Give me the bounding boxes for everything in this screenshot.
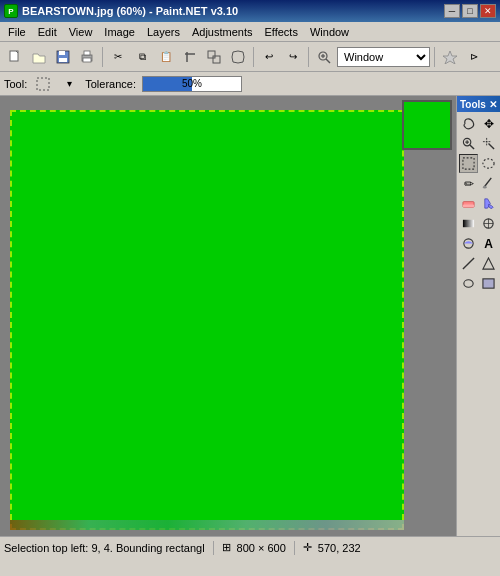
menu-item-file[interactable]: File	[2, 24, 32, 40]
toolbar-copy[interactable]: ⧉	[131, 46, 153, 68]
tools-panel-title: Tools ✕	[457, 96, 500, 112]
svg-rect-16	[37, 78, 49, 90]
tool-magic-wand[interactable]	[479, 134, 498, 153]
svg-rect-27	[463, 158, 474, 169]
toolbar: ✂ ⧉ 📋 ↩ ↪ WindowFit to WindowActual Size…	[0, 42, 500, 72]
tool-select-ellipse[interactable]	[479, 154, 498, 173]
toolbar-undo[interactable]: ↩	[258, 46, 280, 68]
title-controls: ─ □ ✕	[444, 4, 496, 18]
zoom-select[interactable]: WindowFit to WindowActual Size	[337, 47, 430, 67]
toolbar-new[interactable]	[4, 46, 26, 68]
toolbar-extra1[interactable]	[439, 46, 461, 68]
canvas-container[interactable]	[0, 96, 456, 536]
tolerance-label: Tolerance:	[85, 78, 136, 90]
status-bar: Selection top left: 9, 4. Bounding recta…	[0, 536, 500, 558]
status-coord-icon: ✛	[303, 541, 312, 554]
tool-gradient[interactable]	[459, 214, 478, 233]
title-text: BEARSTOWN.jpg (60%) - Paint.NET v3.10	[22, 5, 238, 17]
svg-rect-10	[213, 56, 220, 63]
menu-item-window[interactable]: Window	[304, 24, 355, 40]
tool-select-rect[interactable]	[459, 154, 478, 173]
menu-item-adjustments[interactable]: Adjustments	[186, 24, 259, 40]
menu-item-view[interactable]: View	[63, 24, 99, 40]
toolbar-sep-1	[102, 47, 103, 67]
maximize-button[interactable]: □	[462, 4, 478, 18]
tool-bucket[interactable]	[479, 194, 498, 213]
tool-options: Tool: ▾ Tolerance: 50%	[0, 72, 500, 96]
toolbar-sep-3	[308, 47, 309, 67]
svg-line-29	[485, 178, 492, 186]
toolbar-print[interactable]	[76, 46, 98, 68]
svg-rect-41	[483, 279, 494, 288]
toolbar-crop[interactable]	[179, 46, 201, 68]
tools-grid: ✥ ✏	[457, 112, 500, 295]
tools-panel: Tools ✕ ✥ ✏	[456, 96, 500, 536]
status-selection-text: Selection top left: 9, 4. Bounding recta…	[4, 542, 205, 554]
tool-dropdown[interactable]: ▾	[59, 74, 79, 94]
tools-title-label: Tools	[460, 99, 486, 110]
tool-line[interactable]	[459, 254, 478, 273]
tool-lasso[interactable]	[459, 114, 478, 133]
svg-rect-9	[208, 51, 215, 58]
svg-line-21	[489, 144, 495, 150]
tool-recolor[interactable]	[459, 234, 478, 253]
menu-bar: FileEditViewImageLayersAdjustmentsEffect…	[0, 22, 500, 42]
svg-marker-15	[443, 51, 457, 64]
tool-zoom[interactable]	[459, 134, 478, 153]
menu-item-edit[interactable]: Edit	[32, 24, 63, 40]
svg-point-28	[483, 159, 494, 168]
toolbar-sep-2	[253, 47, 254, 67]
status-sep-2	[294, 541, 295, 555]
tool-label: Tool:	[4, 78, 27, 90]
tool-eraser[interactable]	[459, 194, 478, 213]
toolbar-open[interactable]	[28, 46, 50, 68]
tool-move[interactable]: ✥	[479, 114, 498, 133]
svg-point-22	[486, 141, 488, 143]
svg-point-40	[464, 280, 473, 287]
toolbar-cut[interactable]: ✂	[107, 46, 129, 68]
mini-preview	[402, 100, 452, 150]
status-size-text: 800 × 600	[237, 542, 286, 554]
toolbar-redo[interactable]: ↪	[282, 46, 304, 68]
tool-ellipse-shape[interactable]	[459, 274, 478, 293]
svg-rect-3	[59, 58, 67, 62]
menu-item-image[interactable]: Image	[98, 24, 141, 40]
svg-rect-2	[59, 51, 65, 55]
status-sep-1	[213, 541, 214, 555]
svg-point-30	[483, 186, 487, 189]
status-coord-text: 570, 232	[318, 542, 361, 554]
tool-rect-shape[interactable]	[479, 274, 498, 293]
svg-rect-6	[83, 58, 91, 62]
title-bar-left: P BEARSTOWN.jpg (60%) - Paint.NET v3.10	[4, 4, 238, 18]
minimize-button[interactable]: ─	[444, 4, 460, 18]
svg-line-38	[463, 258, 474, 269]
toolbar-extra2[interactable]: ⊳	[463, 46, 485, 68]
svg-marker-39	[483, 258, 494, 269]
toolbar-save[interactable]	[52, 46, 74, 68]
svg-rect-32	[463, 204, 474, 207]
main-area: Tools ✕ ✥ ✏	[0, 96, 500, 536]
tool-text[interactable]: A	[479, 234, 498, 253]
canvas[interactable]	[10, 110, 404, 530]
tool-shapes[interactable]	[479, 254, 498, 273]
toolbar-paste[interactable]: 📋	[155, 46, 177, 68]
canvas-bottom-strip	[10, 520, 404, 530]
tools-close-icon[interactable]: ✕	[489, 99, 497, 110]
tolerance-bar[interactable]: 50%	[142, 76, 242, 92]
menu-item-effects[interactable]: Effects	[259, 24, 304, 40]
close-button[interactable]: ✕	[480, 4, 496, 18]
tool-pencil[interactable]: ✏	[459, 174, 478, 193]
svg-rect-33	[463, 220, 474, 227]
tolerance-value: 50%	[143, 77, 241, 91]
toolbar-deform[interactable]	[227, 46, 249, 68]
tool-selector[interactable]	[33, 74, 53, 94]
status-size-icon: ⊞	[222, 541, 231, 554]
tool-brush[interactable]	[479, 174, 498, 193]
tool-clone[interactable]	[479, 214, 498, 233]
toolbar-sep-4	[434, 47, 435, 67]
toolbar-zoom-in[interactable]	[313, 46, 335, 68]
toolbar-resize[interactable]	[203, 46, 225, 68]
app-icon: P	[4, 4, 18, 18]
title-bar: P BEARSTOWN.jpg (60%) - Paint.NET v3.10 …	[0, 0, 500, 22]
menu-item-layers[interactable]: Layers	[141, 24, 186, 40]
